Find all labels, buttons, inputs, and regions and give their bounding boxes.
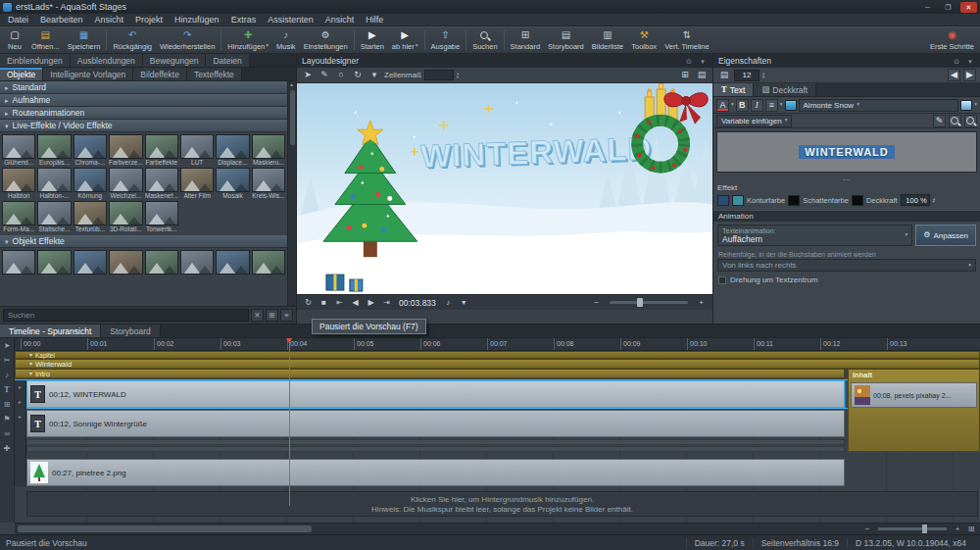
empty-track[interactable] (26, 439, 845, 445)
tab-storyboard[interactable]: Storyboard (101, 325, 161, 337)
tab-bewegungen[interactable]: Bewegungen (143, 54, 207, 67)
pin-icon[interactable] (952, 58, 961, 65)
playhead[interactable] (289, 338, 290, 506)
loop-icon[interactable] (302, 296, 315, 309)
effect-style-swatch[interactable] (717, 195, 729, 206)
layout-standard-button[interactable]: Standard (507, 27, 544, 53)
effect-item[interactable]: Chroma-... (74, 134, 107, 167)
effect-item[interactable]: Maskieru... (252, 134, 285, 167)
menu-item-bearbeiten[interactable]: Bearbeiten (34, 14, 89, 25)
frame-back-icon[interactable] (349, 296, 362, 309)
bold-icon[interactable] (736, 99, 749, 112)
effect-item[interactable]: Kreis-Wis... (252, 168, 285, 200)
next-object-button[interactable] (963, 69, 976, 81)
add-object-button[interactable]: Hinzufügen (223, 27, 272, 53)
effect-item[interactable]: Texturüb... (74, 201, 107, 233)
effect-item[interactable]: Glühend... (2, 134, 35, 167)
close-button[interactable] (960, 2, 977, 13)
text-tool-icon[interactable] (1, 384, 13, 396)
timeline-options-icon[interactable] (965, 524, 977, 534)
effect-item[interactable]: 3D-Rotati... (109, 201, 143, 233)
opacity-value-field[interactable]: 100 % (901, 194, 930, 206)
outline-color-swatch[interactable] (788, 195, 800, 206)
scroll-up-icon[interactable] (290, 82, 293, 88)
output-button[interactable]: Ausgabe (427, 27, 465, 53)
font-color-icon[interactable] (716, 99, 729, 112)
effect-item[interactable]: Tonwertk... (145, 201, 178, 233)
tab-deckkraft[interactable]: Deckkraft (754, 83, 816, 96)
tab-texteffekte[interactable]: Texteffekte (187, 68, 242, 80)
link-tool-icon[interactable] (1, 428, 13, 440)
tab-text[interactable]: Text (713, 83, 754, 96)
effect-item[interactable]: Farbeffekte (145, 134, 178, 167)
effect-item[interactable]: Europäis... (37, 134, 71, 167)
tab-intelligente-vorlagen[interactable]: Intelligente Vorlagen (43, 68, 133, 80)
rotation-checkbox[interactable] (718, 276, 726, 284)
opacity-spinner[interactable] (933, 196, 935, 205)
slider-knob[interactable] (922, 525, 927, 533)
effect-item[interactable] (37, 250, 71, 282)
time-ruler[interactable]: 00:0000:0100:0200:0300:0400:0500:0600:07… (15, 338, 980, 351)
effect-item[interactable] (216, 250, 249, 282)
spinner-control[interactable] (457, 71, 459, 79)
effect-item[interactable] (145, 250, 178, 282)
line-measure-input[interactable] (424, 70, 454, 80)
category-live-effekte[interactable]: Live-Effekte / Video Effekte (0, 120, 287, 132)
text-object-winterwald[interactable]: T00:12, WINTERWALD (26, 380, 845, 408)
object-index-field[interactable]: 12 (734, 70, 760, 81)
insert-variable-combo[interactable]: Variable einfügen (716, 115, 792, 127)
spin-up-icon[interactable] (933, 196, 935, 201)
first-steps-button[interactable]: Erste Schritte (926, 27, 978, 53)
preview-zoom-slider[interactable] (610, 301, 688, 304)
add-track-icon[interactable] (1, 443, 13, 455)
play-preview-icon[interactable] (365, 296, 377, 309)
effect-item[interactable]: Körnung (74, 168, 107, 200)
chevron-down-icon[interactable] (731, 102, 734, 108)
menu-item-ansicht-2[interactable]: Ansicht (319, 14, 361, 25)
zoom-text-in-icon[interactable] (964, 115, 977, 127)
effect-item[interactable]: Weichzei... (109, 168, 143, 200)
pin-icon[interactable] (684, 58, 694, 65)
play-button[interactable]: Starten (357, 27, 388, 53)
chevron-down-icon[interactable] (780, 102, 783, 108)
chevron-right-icon[interactable] (19, 399, 22, 405)
effect-item[interactable]: Maskenef... (145, 168, 178, 200)
splitter-grip[interactable]: ... (713, 175, 980, 182)
chevron-down-icon[interactable] (965, 58, 975, 65)
skip-to-end-icon[interactable] (380, 296, 393, 309)
minimize-button[interactable] (919, 2, 936, 13)
italic-icon[interactable] (751, 99, 763, 112)
content-block[interactable]: Inhalt 00:08, pexels pixabay 2... (848, 369, 980, 452)
timeline-zoom-slider[interactable] (878, 527, 947, 530)
grid-view-icon[interactable] (266, 309, 278, 322)
vertical-timeline-button[interactable]: Vert. Timeline (661, 27, 712, 53)
spin-up-icon[interactable] (762, 71, 764, 75)
music-button[interactable]: Musik (272, 27, 300, 53)
play-from-here-button[interactable]: ab hier (388, 27, 422, 53)
clear-search-icon[interactable] (251, 309, 264, 322)
effects-search-input[interactable] (3, 309, 249, 322)
grid-tool-icon[interactable] (1, 399, 13, 411)
timeline-zoom-out-icon[interactable] (861, 524, 873, 534)
font-family-combo[interactable]: Almonte Snow (799, 99, 959, 112)
music-track-hint[interactable]: Klicken Sie hier, um Hintergrundmusik hi… (26, 491, 978, 517)
shadow-color-swatch[interactable] (852, 195, 863, 206)
grid-toggle-icon[interactable] (678, 70, 692, 81)
redo-button[interactable]: Wiederherstellen (156, 27, 219, 53)
effect-item[interactable] (74, 250, 107, 282)
effect-item[interactable]: Halbton-... (37, 168, 71, 200)
new-button[interactable]: Neu (2, 27, 27, 53)
slider-knob[interactable] (637, 298, 643, 307)
text-animation-combo[interactable]: Texteinanimation:Auffächern (717, 225, 912, 246)
customize-animation-button[interactable]: Anpassen (915, 225, 976, 246)
tab-einblendungen[interactable]: Einblendungen (0, 54, 71, 67)
tab-timeline-track-view[interactable]: Timeline - Spuransicht (0, 325, 101, 337)
text-object-wintergruesse[interactable]: T00:12, Sonnige Wintergrüße (26, 410, 845, 437)
category-aufnahme[interactable]: Aufnahme (0, 94, 287, 107)
tab-ausblendungen[interactable]: Ausblendungen (71, 54, 143, 67)
menu-item-datei[interactable]: Datei (2, 14, 34, 25)
edit-tool-icon[interactable] (318, 70, 331, 81)
zoom-in-icon[interactable] (695, 296, 708, 309)
menu-item-hinzufuegen[interactable]: Hinzufügen (169, 14, 225, 25)
object-index-spinner[interactable] (762, 71, 764, 79)
